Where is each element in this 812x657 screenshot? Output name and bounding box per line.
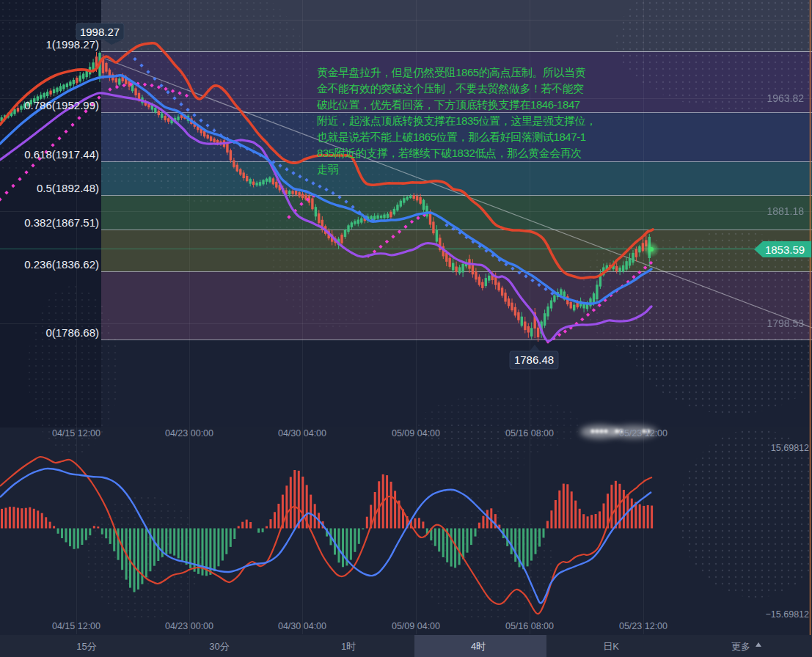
svg-text:05/09 04:00: 05/09 04:00 [392,428,440,438]
svg-text:15.69812: 15.69812 [771,443,809,453]
svg-text:04/15 12:00: 04/15 12:00 [52,621,100,631]
svg-text:1853.59: 1853.59 [765,243,805,256]
svg-text:1998.27: 1998.27 [80,26,120,38]
svg-text:15分: 15分 [76,641,96,652]
svg-text:05/23 12:00: 05/23 12:00 [619,428,667,438]
svg-text:0.618(1917.44): 0.618(1917.44) [24,148,99,161]
svg-text:1798.53: 1798.53 [767,318,804,329]
svg-text:1786.48: 1786.48 [514,353,554,366]
svg-text:0.382(1867.51): 0.382(1867.51) [24,216,99,229]
svg-text:0.236(1836.62): 0.236(1836.62) [24,258,99,271]
svg-text:05/09 04:00: 05/09 04:00 [392,621,440,631]
svg-text:04/23 00:00: 04/23 00:00 [165,621,213,631]
svg-text:04/23 00:00: 04/23 00:00 [165,428,213,438]
svg-text:1881.18: 1881.18 [767,205,804,217]
svg-text:0.786(1952.99): 0.786(1952.99) [24,99,99,111]
svg-text:04/15 12:00: 04/15 12:00 [52,428,100,438]
svg-text:30分: 30分 [209,641,229,652]
svg-text:05/16 08:00: 05/16 08:00 [505,428,554,438]
svg-text:−15.69812: −15.69812 [766,609,809,620]
svg-text:1963.82: 1963.82 [767,92,804,104]
svg-text:日K: 日K [603,641,619,652]
svg-text:05/16 08:00: 05/16 08:00 [505,621,554,631]
svg-text:0(1786.68): 0(1786.68) [45,326,99,339]
svg-text:1时: 1时 [341,641,356,652]
svg-text:04/30 04:00: 04/30 04:00 [278,621,326,631]
svg-text:04/30 04:00: 04/30 04:00 [278,428,326,438]
svg-text:更多: 更多 [731,641,750,652]
svg-text:4时: 4时 [471,641,486,652]
svg-text:05/23 12:00: 05/23 12:00 [619,621,667,631]
svg-text:0.5(1892.48): 0.5(1892.48) [37,182,99,194]
